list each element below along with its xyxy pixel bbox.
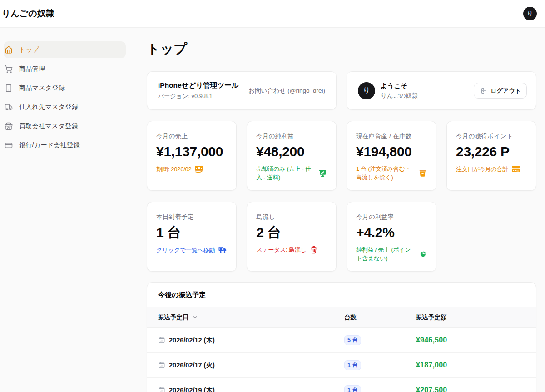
app-title: りんごの奴隷 xyxy=(2,8,54,20)
count-badge: 1 台 xyxy=(344,385,361,392)
stat-card-exiled: 島流し 2 台 ステータス: 島流し xyxy=(247,202,337,272)
logout-label: ログアウト xyxy=(490,87,521,95)
sidebar-item-label: 銀行/カード会社登録 xyxy=(19,141,80,149)
truck-icon xyxy=(5,103,13,111)
stat-label: 現在庫資産 / 在庫数 xyxy=(356,132,427,140)
stat-value: +4.2% xyxy=(356,225,427,240)
sidebar-item-label: 買取会社マスタ登録 xyxy=(19,122,78,130)
transfer-table-header: 振込予定日 台数 振込予定額 xyxy=(147,307,536,328)
sidebar-item-top[interactable]: トップ xyxy=(4,41,126,58)
stat-value: ¥1,137,000 xyxy=(156,144,227,159)
table-row[interactable]: 2026/02/17 (火) 1 台 ¥187,000 xyxy=(147,353,536,378)
stat-note: クリックで一覧へ移動 xyxy=(156,246,215,254)
stat-label: 島流し xyxy=(256,213,327,221)
column-header-date[interactable]: 振込予定日 xyxy=(158,313,344,322)
sidebar-item-label: 商品マスタ登録 xyxy=(19,84,65,92)
transfer-date: 2026/02/17 (火) xyxy=(169,361,215,370)
sidebar-item-buyer-master[interactable]: 買取会社マスタ登録 xyxy=(4,118,126,134)
stat-card-monthly-points: 今月の獲得ポイント 23,226 P 注文日が今月の合計 xyxy=(446,121,536,191)
sidebar-item-bank-card[interactable]: 銀行/カード会社登録 xyxy=(4,137,126,154)
contact-text: お問い合わせ (@ringo_drei) xyxy=(248,87,325,95)
transfer-amount: ¥207,500 xyxy=(416,386,525,392)
home-icon xyxy=(5,46,13,54)
stat-note: ステータス: 島流し xyxy=(256,245,306,254)
table-row[interactable]: 2026/02/12 (木) 5 台 ¥946,500 xyxy=(147,328,536,353)
sidebar: トップ 商品管理 商品マスタ登録 仕入れ先マスタ登録 買取会社マスタ登録 銀行/… xyxy=(0,28,129,392)
stat-card-monthly-profit: 今月の純利益 ¥48,200 売却済のみ (売上 - 仕入 - 送料) xyxy=(247,121,337,191)
stat-value: ¥194,800 xyxy=(356,144,427,159)
app-info-card: iPhoneせどり管理ツール バージョン: v0.9.8.1 お問い合わせ (@… xyxy=(147,71,337,110)
sidebar-item-product-management[interactable]: 商品管理 xyxy=(4,60,126,77)
transfer-schedule-card: 今後の振込予定 振込予定日 台数 振込予定額 2026/02/12 (木) 5 … xyxy=(147,282,536,392)
truck-filled-icon xyxy=(218,245,227,254)
stat-label: 本日到着予定 xyxy=(156,213,227,221)
page-title: トップ xyxy=(147,40,536,57)
app-header: りんごの奴隷 り xyxy=(0,0,545,28)
stat-card-inventory: 現在庫資産 / 在庫数 ¥194,800 1 台 (注文済み含む・島流しを除く) xyxy=(347,121,436,191)
table-row[interactable]: 2026/02/19 (木) 1 台 ¥207,500 xyxy=(147,378,536,392)
stat-value: 23,226 P xyxy=(456,144,527,159)
transfer-date: 2026/02/12 (木) xyxy=(169,336,215,345)
stat-card-arriving-today[interactable]: 本日到着予定 1 台 クリックで一覧へ移動 xyxy=(147,202,237,272)
welcome-avatar: り xyxy=(358,82,375,99)
column-header-count: 台数 xyxy=(344,313,416,322)
main-content: トップ iPhoneせどり管理ツール バージョン: v0.9.8.1 お問い合わ… xyxy=(129,28,545,392)
count-badge: 5 台 xyxy=(344,335,361,345)
smartphone-icon xyxy=(5,84,13,92)
sidebar-item-label: トップ xyxy=(19,46,39,54)
pie-chart-icon xyxy=(419,250,427,258)
sidebar-item-product-master[interactable]: 商品マスタ登録 xyxy=(4,79,126,96)
trash-icon xyxy=(310,246,318,254)
stat-card-monthly-sales: 今月の売上 ¥1,137,000 期間: 2026/02 xyxy=(147,121,237,191)
sidebar-item-label: 商品管理 xyxy=(19,65,45,73)
avatar-initial: り xyxy=(527,10,533,18)
stat-label: 今月の純利益 xyxy=(256,132,327,140)
credit-card-filled-icon xyxy=(511,164,520,174)
credit-card-icon xyxy=(5,141,13,149)
transfer-date: 2026/02/19 (木) xyxy=(169,386,215,392)
stat-note: 売却済のみ (売上 - 仕入 - 送料) xyxy=(256,164,315,182)
cart-icon xyxy=(5,65,13,73)
logout-icon xyxy=(480,87,487,94)
stat-value: 1 台 xyxy=(156,225,227,240)
transfer-amount: ¥187,000 xyxy=(416,361,525,369)
sidebar-item-label: 仕入れ先マスタ登録 xyxy=(19,103,78,111)
transfer-table-title: 今後の振込予定 xyxy=(147,283,536,307)
calendar-icon xyxy=(158,387,165,392)
welcome-card: り ようこそ りんごの奴隷 ログアウト xyxy=(347,71,536,110)
user-avatar[interactable]: り xyxy=(523,7,537,20)
stat-value: ¥48,200 xyxy=(256,144,327,159)
welcome-username: りんごの奴隷 xyxy=(381,92,468,100)
stat-value: 2 台 xyxy=(256,225,327,240)
chart-board-icon xyxy=(318,169,327,178)
stat-note: 1 台 (注文済み含む・島流しを除く) xyxy=(356,164,415,182)
stat-note: 純利益 / 売上 (ポイント含まない) xyxy=(356,245,416,263)
calendar-icon xyxy=(158,337,165,344)
welcome-avatar-initial: り xyxy=(363,86,370,95)
box-icon xyxy=(418,169,427,178)
stat-card-profit-rate: 今月の利益率 +4.2% 純利益 / 売上 (ポイント含まない) xyxy=(347,202,436,272)
app-info-title: iPhoneせどり管理ツール xyxy=(158,81,239,90)
stat-note: 期間: 2026/02 xyxy=(156,165,191,174)
store-icon xyxy=(5,122,13,130)
sidebar-item-supplier-master[interactable]: 仕入れ先マスタ登録 xyxy=(4,99,126,115)
calendar-icon xyxy=(158,362,165,369)
count-badge: 1 台 xyxy=(344,360,361,370)
column-header-amount: 振込予定額 xyxy=(416,313,525,322)
stat-label: 今月の利益率 xyxy=(356,213,427,221)
banknote-icon xyxy=(194,164,203,174)
chevron-down-icon xyxy=(192,314,198,320)
app-version: バージョン: v0.9.8.1 xyxy=(158,92,239,100)
stat-label: 今月の売上 xyxy=(156,132,227,140)
stat-note: 注文日が今月の合計 xyxy=(456,165,508,174)
logout-button[interactable]: ログアウト xyxy=(474,83,527,99)
welcome-greeting: ようこそ xyxy=(381,82,468,90)
stat-label: 今月の獲得ポイント xyxy=(456,132,527,140)
transfer-amount: ¥946,500 xyxy=(416,336,525,344)
